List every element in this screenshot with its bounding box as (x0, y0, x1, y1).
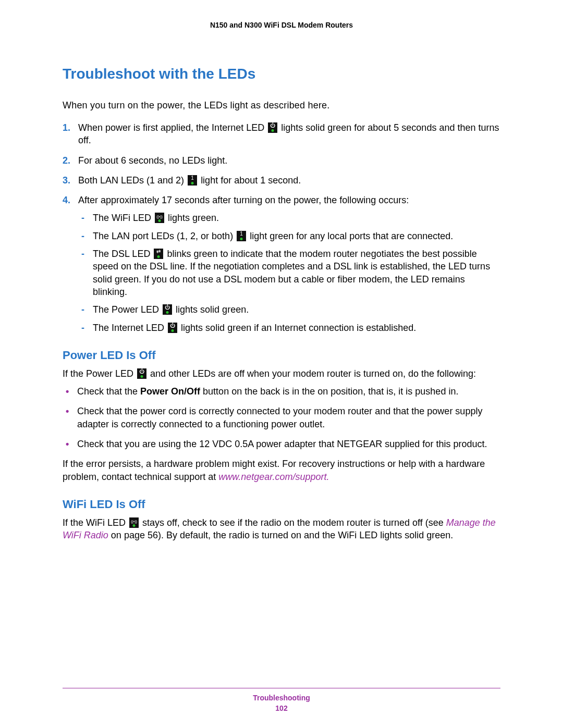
wifi-led-icon: ((•)) (155, 213, 164, 223)
list-number: 3. (63, 174, 70, 187)
support-link[interactable]: www.netgear.com/support. (218, 472, 329, 482)
dash-item: The Power LED ⏻ lights solid green. (78, 303, 500, 316)
dash-text: The Power LED (93, 304, 162, 315)
lan-led-icon: 1 (188, 175, 197, 186)
list-item: 2. For about 6 seconds, no LEDs light. (63, 154, 500, 167)
dash-text: lights solid green if an Internet connec… (181, 323, 416, 333)
wifi-led-icon: ((•)) (129, 517, 139, 528)
internet-led-icon: ⏻ (168, 323, 177, 333)
text: button on the back is in the on position… (200, 386, 458, 397)
power-led-icon: ⏻ (163, 304, 172, 315)
dash-text: lights solid green. (176, 304, 249, 315)
dash-text: light green for any local ports that are… (250, 231, 453, 241)
list-number: 4. (63, 194, 70, 206)
text: If the Power LED (63, 368, 136, 379)
bullet-item: Check that the Power On/Off button on th… (63, 385, 500, 398)
list-item: 3. Both LAN LEDs (1 and 2) 1 light for a… (63, 174, 500, 187)
power-intro: If the Power LED ⏻ and other LEDs are of… (63, 367, 500, 380)
list-text: light for about 1 second. (201, 175, 301, 186)
intro-paragraph: When you turn on the power, the LEDs lig… (63, 100, 500, 111)
dash-item: The WiFi LED ((•)) lights green. (78, 212, 500, 224)
document-header: N150 and N300 WiFi DSL Modem Routers (63, 21, 500, 29)
dash-text: The LAN port LEDs (1, 2, or both) (93, 231, 236, 241)
dash-text: lights green. (168, 213, 219, 223)
page-title: Troubleshoot with the LEDs (63, 66, 500, 82)
section-title-wifi: WiFi LED Is Off (63, 498, 500, 511)
internet-led-icon: ⏻ (268, 122, 277, 133)
text: and other LEDs are off when your modem r… (150, 368, 476, 379)
document-page: N150 and N300 WiFi DSL Modem Routers Tro… (0, 0, 563, 728)
dash-item: The LAN port LEDs (1, 2, or both) 1 ligh… (78, 230, 500, 242)
list-text: For about 6 seconds, no LEDs light. (78, 155, 227, 166)
text: If the WiFi LED (63, 517, 128, 528)
dash-text: The WiFi LED (93, 213, 154, 223)
section-title-power: Power LED Is Off (63, 349, 500, 362)
list-number: 2. (63, 154, 70, 167)
dash-list: The WiFi LED ((•)) lights green. The LAN… (78, 212, 500, 334)
page-footer: Troubleshooting 102 (63, 688, 500, 712)
list-text: After approximately 17 seconds after tur… (78, 195, 409, 205)
list-item: 4. After approximately 17 seconds after … (63, 194, 500, 334)
bullet-list: Check that the Power On/Off button on th… (63, 385, 500, 450)
dash-item: The DSL LED ⇄ blinks green to indicate t… (78, 248, 500, 298)
bullet-item: Check that you are using the 12 VDC 0.5A… (63, 438, 500, 450)
bullet-item: Check that the power cord is correctly c… (63, 405, 500, 430)
list-item: 1. When power is first applied, the Inte… (63, 121, 500, 147)
text: Check that the (77, 386, 140, 397)
list-number: 1. (63, 121, 70, 134)
list-text: Both LAN LEDs (1 and 2) (78, 175, 187, 186)
dash-text: The Internet LED (93, 323, 167, 333)
dash-item: The Internet LED ⏻ lights solid green if… (78, 322, 500, 334)
wifi-paragraph: If the WiFi LED ((•)) stays off, check t… (63, 516, 500, 542)
power-led-icon: ⏻ (137, 368, 146, 379)
list-text: When power is first applied, the Interne… (78, 122, 267, 133)
footer-divider (63, 688, 500, 688)
dash-text: The DSL LED (93, 249, 153, 259)
footer-page-number: 102 (63, 704, 500, 712)
power-outro: If the error persists, a hardware proble… (63, 458, 500, 483)
numbered-list: 1. When power is first applied, the Inte… (63, 121, 500, 334)
lan-led-icon: 1 (237, 231, 246, 241)
text: stays off, check to see if the radio on … (142, 517, 446, 528)
bold-text: Power On/Off (140, 386, 200, 397)
dsl-led-icon: ⇄ (154, 249, 163, 259)
text: on page 56). By default, the radio is tu… (108, 530, 453, 540)
footer-section-name: Troubleshooting (63, 694, 500, 702)
